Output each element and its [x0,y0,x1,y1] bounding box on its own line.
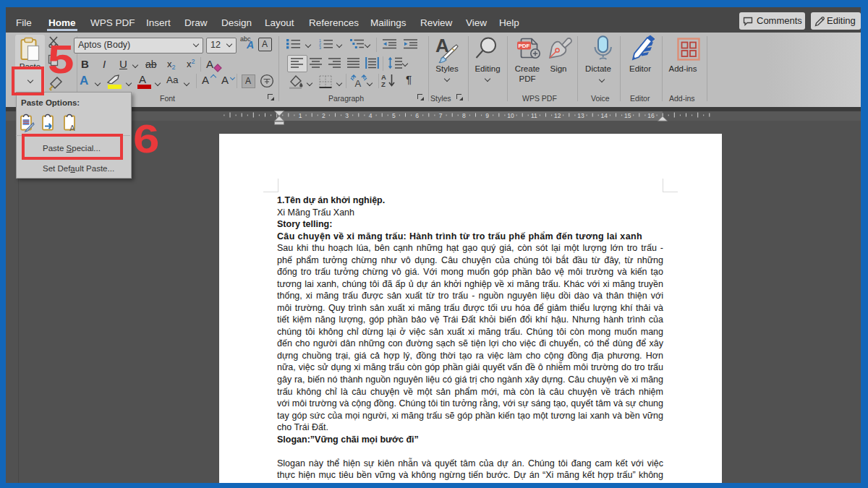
svg-text:7: 7 [439,112,443,119]
svg-text:9: 9 [485,112,489,119]
svg-text:5: 5 [392,112,396,119]
svg-text:10: 10 [507,112,514,119]
svg-text:13: 13 [577,112,584,119]
svg-text:A: A [69,124,75,132]
svg-text:3: 3 [319,46,321,49]
svg-text:16: 16 [647,112,655,119]
svg-text:A: A [355,78,362,88]
svg-text:3: 3 [345,112,349,119]
svg-text:12: 12 [554,112,561,119]
svg-text:14: 14 [601,112,608,119]
svg-text:Z: Z [381,80,386,88]
svg-text:2: 2 [322,112,326,119]
svg-text:1: 1 [299,112,302,119]
svg-text:PDF: PDF [519,43,530,49]
svg-text:15: 15 [624,112,631,119]
svg-text:4: 4 [369,112,373,119]
svg-text:11: 11 [531,112,537,119]
svg-text:8: 8 [462,112,466,119]
svg-text:6: 6 [415,112,419,119]
